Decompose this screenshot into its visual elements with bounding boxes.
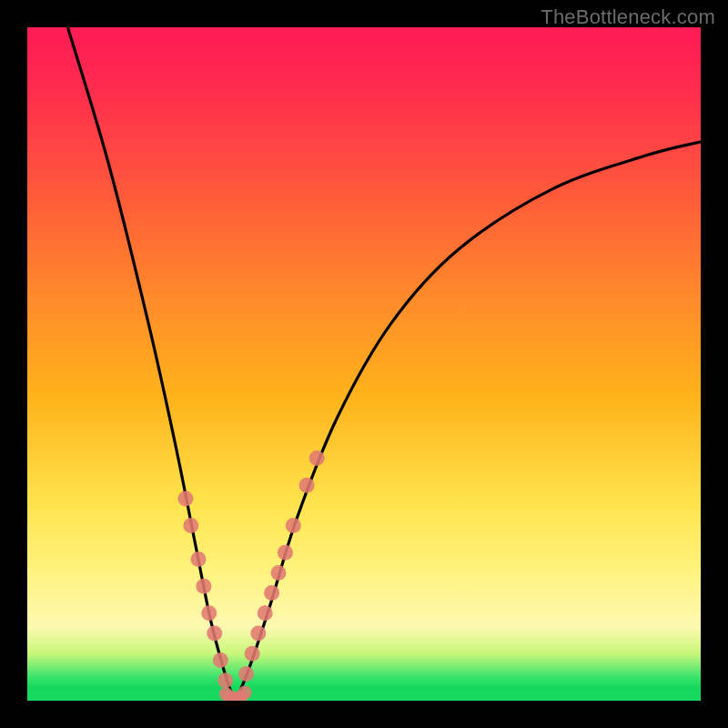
curve-marker (190, 551, 206, 567)
bottleneck-curve-svg (27, 27, 701, 701)
curve-marker (286, 518, 301, 533)
curve-marker (238, 686, 252, 700)
plot-gradient-area (27, 27, 701, 701)
curve-marker (271, 565, 287, 581)
curve-marker (299, 478, 315, 493)
watermark-text: TheBottleneck.com (541, 5, 715, 29)
curve-right-branch (236, 142, 701, 701)
outer-frame: TheBottleneck.com (0, 0, 728, 728)
curve-marker (213, 652, 228, 668)
curve-marker (238, 666, 254, 682)
curve-marker (258, 605, 273, 621)
curve-marker (196, 579, 211, 594)
curve-left-branch (67, 27, 236, 701)
curve-marker (207, 626, 222, 642)
curve-marker (177, 491, 193, 507)
curve-marker (309, 450, 325, 466)
curve-marker (278, 545, 293, 561)
curve-marker (201, 605, 217, 621)
curve-marker (183, 518, 198, 533)
curve-marker (217, 672, 233, 688)
curve-marker (250, 626, 266, 642)
curve-marker (264, 585, 279, 601)
curve-marker (245, 646, 260, 662)
